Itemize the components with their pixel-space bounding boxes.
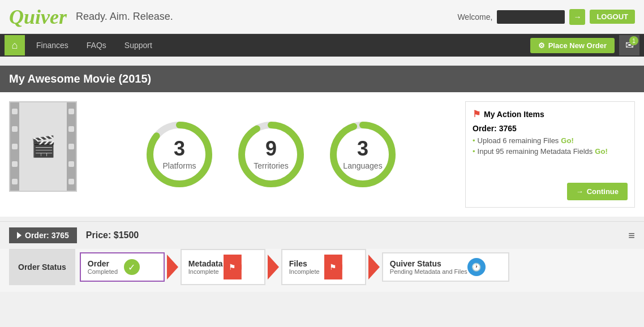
status-pipeline: Order Status Order Completed ✓ Metadata … [0, 249, 644, 292]
territories-number: 9 [254, 139, 288, 159]
platforms-number: 3 [162, 139, 196, 159]
pipeline-step-order: Order Completed ✓ [80, 249, 165, 285]
nav-home-button[interactable]: ⌂ [5, 35, 25, 55]
metadata-step-box: Metadata Incomplete ⚑ [181, 249, 265, 285]
page-title-bar: My Awesome Movie (2015) [0, 66, 644, 92]
place-order-label: Place New Order [548, 41, 607, 50]
film-hole [12, 179, 18, 184]
film-hole [68, 179, 74, 184]
files-step-box: Files Incomplete ⚑ [281, 249, 366, 285]
territories-stat: 9 Territories [234, 118, 308, 191]
action-order-number: Order: 3765 [473, 124, 628, 133]
movie-thumbnail: 🎬 [9, 101, 77, 192]
faqs-label: FAQs [87, 41, 106, 50]
order-label: Order: 3765 [9, 227, 77, 243]
flag-icon: ⚑ [473, 109, 480, 119]
pipeline-connector-2 [268, 249, 279, 285]
user-icon-button[interactable]: → [569, 9, 585, 25]
gear-icon: ⚙ [538, 41, 545, 50]
film-hole [12, 109, 18, 114]
continue-arrow-icon: → [576, 187, 583, 196]
place-order-button[interactable]: ⚙ Place New Order [530, 38, 615, 53]
film-hole [12, 126, 18, 132]
action-items-title: ⚑ My Action Items [473, 109, 628, 119]
support-label: Support [124, 41, 152, 50]
territories-circle: 9 Territories [234, 118, 308, 191]
order-number: Order: 3765 [25, 231, 69, 240]
pipeline-arrow-icon [268, 255, 279, 279]
tagline: Ready. Aim. Release. [76, 11, 457, 23]
mail-badge: 1 [629, 36, 638, 45]
order-check-icon: ✓ [123, 258, 141, 276]
metadata-step-subtitle: Incomplete [188, 268, 223, 275]
logo: Quiver [9, 5, 67, 29]
quiver-status-step-subtitle: Pending Metadata and Files [390, 268, 467, 275]
quiver-status-clock-icon: 🕐 [467, 258, 486, 276]
nav-item-finances[interactable]: Finances [27, 34, 78, 57]
mail-button[interactable]: ✉ 1 [619, 35, 639, 55]
metadata-step-title: Metadata [188, 259, 223, 268]
platforms-stat: 3 Platforms [143, 118, 216, 191]
files-step-title: Files [289, 259, 320, 268]
welcome-text: Welcome, [457, 12, 492, 21]
action-item-metadata: • Input 95 remaining Metadata Fields Go! [473, 147, 628, 156]
film-hole [12, 161, 18, 167]
platforms-label: Platforms [162, 161, 196, 170]
nav-item-faqs[interactable]: FAQs [78, 34, 115, 57]
quiver-status-step-title: Quiver Status [390, 259, 467, 268]
home-icon: ⌂ [12, 40, 18, 51]
pipeline-step-files: Files Incomplete ⚑ [281, 249, 366, 285]
metadata-go-link[interactable]: Go! [595, 147, 607, 156]
welcome-area: Welcome, → LOGOUT [457, 9, 635, 25]
files-step-subtitle: Incomplete [289, 268, 320, 275]
finances-label: Finances [36, 41, 68, 50]
film-hole [12, 144, 18, 149]
film-strip-right [67, 102, 76, 191]
film-strip-left [10, 102, 19, 191]
nav-bar: ⌂ Finances FAQs Support ⚙ Place New Orde… [0, 34, 644, 57]
continue-label: Continue [587, 187, 619, 196]
bullet-icon: • [473, 147, 475, 156]
film-hole [68, 109, 74, 114]
film-hole [68, 144, 74, 149]
pipeline-status-label: Order Status [9, 249, 75, 285]
files-action-text: Upload 6 remaining Files [478, 136, 559, 145]
action-items-panel: ⚑ My Action Items Order: 3765 • Upload 6… [465, 101, 635, 208]
expand-icon [17, 232, 22, 239]
pipeline-connector-3 [368, 249, 380, 285]
menu-icon[interactable]: ≡ [628, 229, 635, 242]
continue-button[interactable]: → Continue [567, 183, 628, 200]
metadata-action-text: Input 95 remaining Metadata Fields [478, 147, 593, 156]
order-step-box: Order Completed ✓ [80, 252, 165, 282]
film-hole [68, 161, 74, 167]
logout-button[interactable]: LOGOUT [590, 10, 635, 24]
files-flag-icon: ⚑ [324, 255, 342, 279]
quiver-status-step-box: Quiver Status Pending Metadata and Files… [382, 252, 509, 282]
stats-area: 3 Platforms 9 Territories [86, 101, 456, 208]
action-item-files: • Upload 6 remaining Files Go! [473, 136, 628, 145]
order-price: Price: $1500 [86, 230, 629, 240]
bullet-icon: • [473, 136, 475, 145]
order-step-subtitle: Completed [88, 268, 118, 275]
languages-number: 3 [343, 139, 382, 159]
page-title: My Awesome Movie (2015) [9, 72, 151, 85]
pipeline-step-quiver-status: Quiver Status Pending Metadata and Files… [382, 249, 509, 285]
pipeline-connector-1 [167, 249, 178, 285]
header: Quiver Ready. Aim. Release. Welcome, → L… [0, 0, 644, 34]
pipeline-step-metadata: Metadata Incomplete ⚑ [181, 249, 265, 285]
film-hole [68, 126, 74, 132]
platforms-circle: 3 Platforms [143, 118, 216, 191]
username-box [497, 10, 565, 24]
territories-label: Territories [254, 161, 288, 170]
languages-circle: 3 Languages [326, 118, 400, 191]
main-content: 🎬 3 Platforms [0, 92, 644, 217]
files-go-link[interactable]: Go! [561, 136, 573, 145]
languages-stat: 3 Languages [326, 118, 400, 191]
order-step-title: Order [88, 259, 118, 268]
nav-item-support[interactable]: Support [115, 34, 161, 57]
order-bar: Order: 3765 Price: $1500 ≡ [0, 221, 644, 249]
pipeline-arrow-icon [368, 255, 380, 279]
clapper-icon: 🎬 [31, 135, 56, 158]
pipeline-arrow-icon [167, 255, 178, 279]
metadata-flag-icon: ⚑ [224, 255, 242, 279]
